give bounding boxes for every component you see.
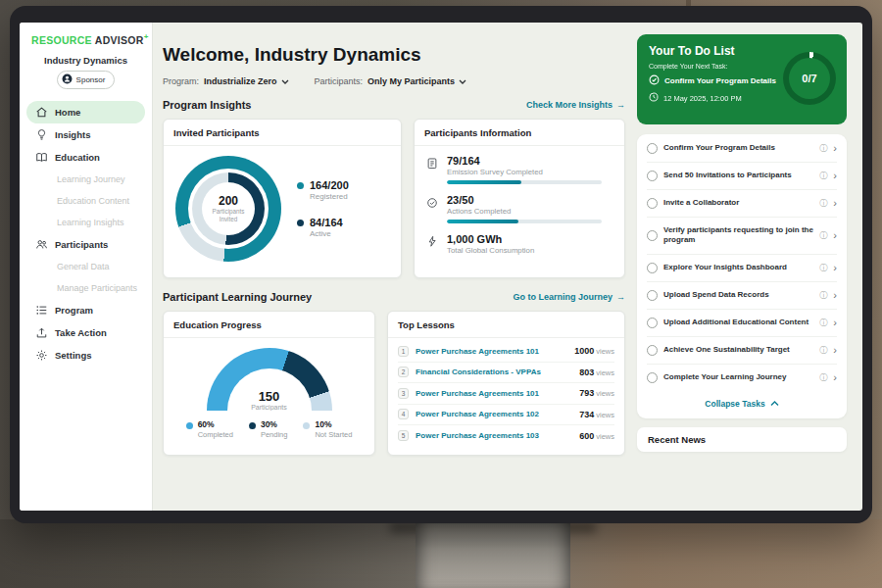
todo-task[interactable]: Complete Your Learning Journey ⓘ › bbox=[647, 365, 837, 391]
stat-value: 79/164 bbox=[447, 155, 612, 167]
info-icon[interactable]: ⓘ bbox=[819, 230, 827, 241]
chevron-right-icon[interactable]: › bbox=[833, 230, 837, 241]
chevron-right-icon[interactable]: › bbox=[833, 171, 837, 181]
card-title: Top Lessons bbox=[388, 312, 624, 338]
sidebar-item-settings[interactable]: Settings bbox=[26, 344, 145, 367]
insights-icon bbox=[34, 127, 48, 141]
sidebar-item-insights[interactable]: Insights bbox=[26, 123, 145, 146]
monitor-stand bbox=[416, 523, 570, 588]
sponsor-badge[interactable]: Sponsor bbox=[57, 71, 116, 89]
task-label: Explore Your Insights Dashboard bbox=[663, 263, 813, 272]
link-label: Go to Learning Journey bbox=[513, 292, 612, 302]
collapse-tasks-link[interactable]: Collapse Tasks bbox=[647, 391, 837, 417]
collapse-label: Collapse Tasks bbox=[705, 399, 764, 409]
participants-filter[interactable]: Participants: Only My Participants bbox=[315, 76, 467, 86]
task-checkbox[interactable] bbox=[647, 198, 658, 209]
consumption-row: 1,000 GWh Total Global Consumption bbox=[426, 233, 612, 255]
task-checkbox[interactable] bbox=[647, 263, 658, 273]
info-icon[interactable]: ⓘ bbox=[819, 171, 827, 181]
chevron-right-icon[interactable]: › bbox=[833, 290, 837, 301]
lesson-rank: 1 bbox=[398, 346, 409, 357]
go-to-learning-journey-link[interactable]: Go to Learning Journey → bbox=[513, 292, 625, 302]
todo-task[interactable]: Achieve One Sustainability Target ⓘ › bbox=[647, 337, 837, 365]
todo-task[interactable]: Explore Your Insights Dashboard ⓘ › bbox=[647, 255, 837, 282]
views-count: 1000 bbox=[574, 346, 594, 356]
info-icon[interactable]: ⓘ bbox=[819, 318, 827, 328]
chevron-right-icon[interactable]: › bbox=[833, 372, 837, 383]
chevron-right-icon[interactable]: › bbox=[833, 143, 837, 154]
info-icon[interactable]: ⓘ bbox=[819, 263, 827, 273]
views-label: views bbox=[596, 389, 614, 398]
todo-progress-ring: 0/7 bbox=[783, 52, 836, 105]
emission-progress-bar bbox=[447, 180, 602, 184]
chevron-down-icon bbox=[281, 76, 289, 86]
info-icon[interactable]: ⓘ bbox=[819, 143, 827, 154]
chevron-right-icon[interactable]: › bbox=[833, 263, 837, 273]
sidebar-item-learning-journey[interactable]: Learning Journey bbox=[26, 169, 145, 190]
todo-task[interactable]: Send 50 Invitations to Participants ⓘ › bbox=[647, 163, 837, 190]
task-checkbox[interactable] bbox=[647, 372, 658, 383]
chevron-right-icon[interactable]: › bbox=[833, 345, 837, 356]
actions-progress-bar bbox=[447, 220, 602, 223]
sidebar-item-label: Manage Participants bbox=[57, 283, 137, 293]
card-title: Participants Information bbox=[415, 120, 624, 146]
participants-icon bbox=[34, 237, 48, 251]
info-icon[interactable]: ⓘ bbox=[819, 345, 827, 356]
todo-task[interactable]: Confirm Your Program Details ⓘ › bbox=[647, 135, 837, 163]
lesson-link[interactable]: Power Purchase Agreements 101 bbox=[416, 347, 567, 356]
lesson-link[interactable]: Financial Considerations - VPPAs bbox=[416, 368, 572, 376]
progress-fill-0 bbox=[447, 180, 521, 184]
sidebar-item-home[interactable]: Home bbox=[26, 101, 145, 123]
lesson-link[interactable]: Power Purchase Agreements 103 bbox=[416, 431, 572, 440]
todo-task[interactable]: Upload Spend Data Records ⓘ › bbox=[647, 282, 837, 310]
todo-task[interactable]: Verify participants requesting to join t… bbox=[647, 218, 837, 255]
info-icon[interactable]: ⓘ bbox=[819, 290, 827, 301]
task-checkbox[interactable] bbox=[647, 290, 658, 301]
info-icon[interactable]: ⓘ bbox=[819, 198, 827, 209]
sidebar-item-label: Education Content bbox=[57, 196, 129, 206]
stat-label: Total Global Consumption bbox=[447, 246, 612, 255]
chevron-right-icon[interactable]: › bbox=[833, 198, 837, 209]
sidebar-item-education[interactable]: Education bbox=[26, 146, 145, 169]
todo-panel: Your To Do List Complete Your Next Task:… bbox=[637, 34, 847, 511]
sidebar-item-take-action[interactable]: Take Action bbox=[26, 321, 145, 344]
participants-filter-label: Participants: bbox=[315, 76, 364, 86]
section-title: Program Insights bbox=[163, 99, 251, 111]
program-filter[interactable]: Program: Industrialize Zero bbox=[163, 76, 289, 86]
sidebar-item-education-content[interactable]: Education Content bbox=[26, 190, 145, 212]
task-checkbox[interactable] bbox=[647, 143, 658, 154]
task-checkbox[interactable] bbox=[647, 318, 658, 328]
views-label: views bbox=[596, 368, 614, 377]
actions-completed-row: 23/50 Actions Completed bbox=[426, 194, 612, 223]
sidebar-item-label: Learning Insights bbox=[57, 218, 124, 227]
sidebar-item-participants[interactable]: Participants bbox=[26, 233, 145, 256]
sidebar-item-program[interactable]: Program bbox=[26, 299, 145, 321]
task-checkbox[interactable] bbox=[647, 345, 658, 356]
recent-news-header[interactable]: Recent News bbox=[637, 427, 847, 452]
info-icon[interactable]: ⓘ bbox=[819, 372, 827, 383]
check-more-insights-link[interactable]: Check More Insights → bbox=[526, 100, 625, 110]
lesson-link[interactable]: Power Purchase Agreements 101 bbox=[416, 389, 572, 398]
chevron-right-icon[interactable]: › bbox=[833, 318, 837, 328]
views-count: 793 bbox=[579, 388, 594, 398]
filter-bar: Program: Industrialize Zero Participants… bbox=[163, 76, 625, 86]
views-count: 734 bbox=[579, 410, 594, 419]
task-checkbox[interactable] bbox=[647, 171, 658, 181]
sidebar-item-manage-participants[interactable]: Manage Participants bbox=[26, 277, 145, 299]
task-checkbox[interactable] bbox=[647, 230, 658, 241]
sidebar-item-general-data[interactable]: General Data bbox=[26, 256, 145, 277]
gauge-caption: Participants bbox=[207, 404, 332, 411]
sponsor-label: Sponsor bbox=[76, 75, 106, 84]
sidebar-item-label: Take Action bbox=[55, 327, 107, 338]
section-title: Participant Learning Journey bbox=[163, 291, 312, 303]
lesson-link[interactable]: Power Purchase Agreements 102 bbox=[416, 410, 572, 418]
views-label: views bbox=[596, 432, 614, 441]
todo-task[interactable]: Invite a Collaborator ⓘ › bbox=[647, 190, 837, 218]
sidebar-item-learning-insights[interactable]: Learning Insights bbox=[26, 212, 145, 233]
views-label: views bbox=[596, 347, 614, 356]
todo-summary-card: Your To Do List Complete Your Next Task:… bbox=[637, 34, 847, 124]
program-insights-header: Program Insights Check More Insights → bbox=[163, 99, 625, 111]
todo-progress-count: 0/7 bbox=[802, 73, 816, 84]
todo-task[interactable]: Upload Additional Educational Content ⓘ … bbox=[647, 310, 837, 337]
legend-label: Registered bbox=[310, 192, 349, 201]
